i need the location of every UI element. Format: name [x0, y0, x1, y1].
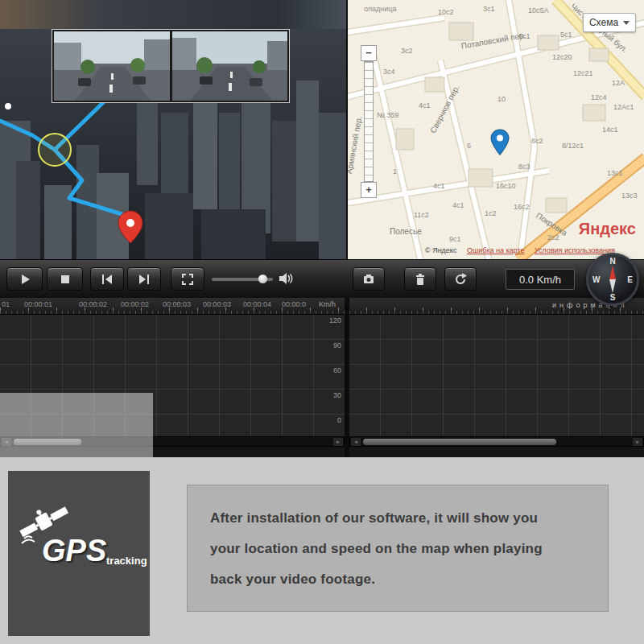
- compass-needle-south: [609, 279, 616, 293]
- compass-needle-north: [609, 266, 616, 279]
- map-house-label: 3с1: [483, 5, 495, 13]
- compass-south-label: S: [610, 293, 616, 302]
- top-panels: оладница10с23с110с5А5с16с112с2012с2112с4…: [0, 0, 644, 259]
- gps-tracking-badge: GPS tracking: [8, 471, 150, 636]
- map-house-label: оладница: [364, 5, 396, 13]
- speed-graph: 1209060300: [0, 314, 345, 436]
- gps-title: GPS: [42, 534, 106, 568]
- scroll-left-arrow-icon[interactable]: ◂: [351, 438, 361, 446]
- chevron-down-icon: [623, 21, 630, 25]
- right-scrollbar[interactable]: ◂ ▸: [349, 436, 644, 447]
- zoom-slider[interactable]: [364, 61, 374, 182]
- time-ruler-label: 00:00:03: [163, 300, 191, 308]
- map-zoom-control: − +: [361, 45, 377, 198]
- map-house-label: 1с2: [485, 209, 497, 217]
- description-box: After installation of our software, it w…: [187, 485, 609, 612]
- camera-icon: [362, 273, 375, 286]
- scroll-right-arrow-icon[interactable]: ▸: [633, 438, 642, 446]
- map-house-label: 8с2: [531, 137, 543, 145]
- map-house-label: 12с4: [591, 93, 607, 101]
- compass-east-label: E: [627, 275, 633, 284]
- time-ruler-label: 00:00:04: [243, 300, 271, 308]
- dashcam-thumbnail-front[interactable]: [54, 31, 170, 101]
- map-house-label: 10с5А: [528, 6, 549, 14]
- map-house-label: 4с1: [433, 182, 445, 190]
- volume-knob[interactable]: [258, 275, 267, 283]
- map-house-label: 14с1: [602, 126, 618, 134]
- left-scrollbar[interactable]: ◂ ▸: [0, 436, 345, 447]
- gps-subtitle: tracking: [106, 555, 147, 567]
- speed-axis-tick: 30: [333, 391, 341, 399]
- map-location-pin: [489, 129, 510, 156]
- left-scrollbar-thumb[interactable]: [14, 439, 81, 445]
- map-house-label: № 359: [377, 111, 398, 119]
- refresh-button[interactable]: [444, 267, 477, 291]
- map-house-label: 3с4: [383, 68, 395, 76]
- time-ruler-label: 00:00:03: [203, 300, 231, 308]
- description-line: After installation of our software, it w…: [210, 503, 585, 534]
- time-ruler: 0100:00:0100:00:0200:00:0200:00:0300:00:…: [0, 298, 644, 314]
- trash-icon: [414, 273, 427, 286]
- map-house-label: 11с2: [414, 211, 429, 219]
- map-house-label: 8/12с1: [562, 142, 584, 150]
- dashcam-thumbnails: [52, 29, 290, 103]
- map-attribution: © Яндекс Ошибка на карте Условия использ…: [425, 246, 615, 254]
- timeline-section: 0100:00:0100:00:0200:00:0200:00:0300:00:…: [0, 298, 644, 457]
- scroll-right-arrow-icon[interactable]: ▸: [333, 438, 343, 446]
- map-house-label: 6: [467, 142, 471, 150]
- scroll-left-arrow-icon[interactable]: ◂: [2, 438, 11, 446]
- refresh-icon: [454, 273, 467, 286]
- skip-forward-icon: [138, 273, 151, 286]
- map-error-link[interactable]: Ошибка на карте: [467, 246, 525, 254]
- previous-button[interactable]: [90, 267, 124, 291]
- map-house-label: 12с20: [552, 53, 572, 61]
- scheme-button-label: Схема: [589, 17, 618, 28]
- stop-button[interactable]: [47, 267, 83, 291]
- map-panel[interactable]: оладница10с23с110с5А5с16с112с2012с2112с4…: [346, 0, 644, 259]
- play-button[interactable]: [6, 267, 43, 291]
- delete-button[interactable]: [404, 267, 436, 291]
- zoom-out-button[interactable]: −: [361, 45, 377, 61]
- stop-icon: [59, 273, 72, 286]
- map-house-label: 2с2: [547, 233, 559, 242]
- time-ruler-label: 00:00:01: [24, 300, 52, 308]
- snapshot-button[interactable]: [353, 267, 385, 291]
- yandex-watermark: Яндекс: [579, 220, 636, 238]
- info-table-panel: [349, 314, 644, 436]
- map-house-label: 4с1: [419, 101, 431, 109]
- speed-axis-tick: 120: [329, 316, 341, 324]
- compass-west-label: W: [592, 275, 600, 284]
- map-scheme-button[interactable]: Схема: [583, 13, 636, 32]
- right-scrollbar-thumb[interactable]: [363, 439, 556, 445]
- video-panel: [0, 0, 346, 259]
- next-button[interactable]: [127, 267, 161, 291]
- time-ruler-label: 00:00:02: [79, 300, 107, 308]
- map-house-label: 5с1: [560, 31, 572, 39]
- map-house-label: 9с1: [449, 235, 461, 243]
- map-house-label: 12Ас1: [613, 103, 634, 111]
- speaker-icon[interactable]: [279, 272, 293, 288]
- map-house-label: 16с2: [514, 203, 530, 211]
- fullscreen-button[interactable]: [171, 267, 204, 291]
- description-line: your location and speed on the map when …: [210, 534, 585, 564]
- map-house-label: 4с1: [452, 201, 464, 209]
- expand-icon: [181, 273, 194, 286]
- speed-axis-tick: 90: [333, 341, 341, 349]
- speed-axis-tick: 60: [333, 366, 341, 374]
- map-terms-link[interactable]: Условия использования: [535, 246, 615, 254]
- map-house-label: 12А: [612, 79, 625, 87]
- time-ruler-label: 01: [2, 300, 10, 308]
- play-icon: [19, 273, 31, 286]
- map-house-label: 13с1: [607, 169, 623, 177]
- zoom-in-button[interactable]: +: [361, 182, 377, 198]
- timeline-divider: [345, 298, 349, 457]
- volume-slider[interactable]: [212, 278, 273, 281]
- map-house-label: 13с3: [621, 192, 638, 200]
- attribution-text: © Яндекс: [425, 246, 456, 254]
- compass-widget: N S W E: [586, 253, 639, 306]
- gps-player-screen: оладница10с23с110с5А5с16с112с2012с2112с4…: [0, 0, 644, 644]
- map-house-label: 8с3: [518, 163, 530, 171]
- speed-unit-label: Km/h: [319, 300, 336, 308]
- dashcam-thumbnail-rear[interactable]: [172, 31, 288, 101]
- compass-north-label: N: [609, 257, 615, 266]
